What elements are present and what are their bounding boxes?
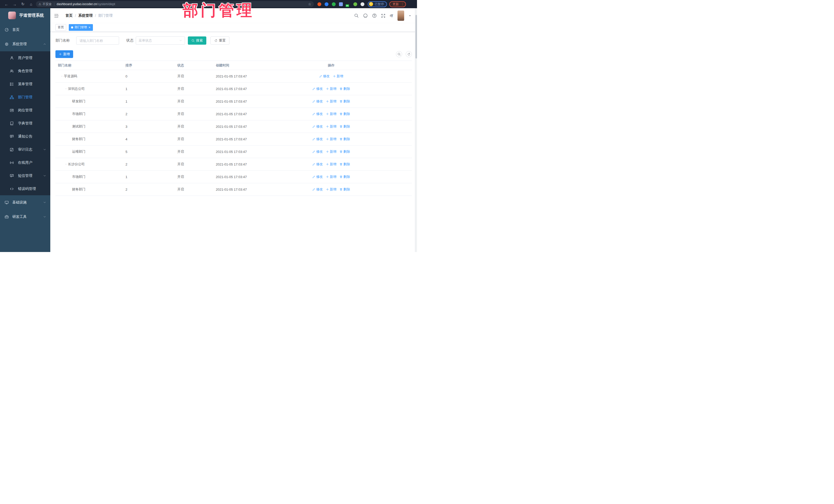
kebab-menu-icon[interactable]: ⋮ <box>401 2 404 6</box>
close-icon[interactable]: × <box>89 26 91 29</box>
edit-action-link[interactable]: 修改 <box>312 175 323 179</box>
add-action-link[interactable]: 新增 <box>326 124 336 129</box>
delete-action-link[interactable]: 删除 <box>339 137 350 141</box>
sidebar-item-audit[interactable]: 审计日志 <box>0 143 50 156</box>
refresh-table-button[interactable] <box>406 51 412 57</box>
delete-action-link[interactable]: 删除 <box>339 124 350 129</box>
page-content: 部门名称 状态 菜单状态 搜索 重置 新增 <box>50 37 417 196</box>
github-icon[interactable] <box>363 13 368 18</box>
sidebar-item-system[interactable]: 系统管理 <box>0 37 50 51</box>
tab-部门管理[interactable]: 部门管理× <box>69 24 93 31</box>
divider <box>54 3 54 6</box>
edit-action-link[interactable]: 修改 <box>312 149 323 154</box>
delete-action-link[interactable]: 删除 <box>339 149 350 154</box>
sidebar-item-errcode[interactable]: 错误码管理 <box>0 182 50 195</box>
sidebar-item-home[interactable]: 首页 <box>0 23 50 37</box>
puzzle-extension[interactable] <box>360 2 365 6</box>
help-icon[interactable] <box>372 13 377 18</box>
user-icon <box>10 56 14 60</box>
delete-icon <box>339 100 343 103</box>
expand-arrow-icon[interactable] <box>65 88 68 90</box>
add-action-link[interactable]: 新增 <box>326 86 336 91</box>
edit-action-link[interactable]: 修改 <box>312 162 323 167</box>
add-action-link[interactable]: 新增 <box>326 187 336 192</box>
notice-icon <box>10 134 14 138</box>
edit-action-link[interactable]: 修改 <box>312 187 323 192</box>
chevron-down-icon[interactable] <box>409 14 411 17</box>
post-icon <box>10 108 14 112</box>
search-icon[interactable] <box>354 13 359 18</box>
sidebar-item-role[interactable]: 角色管理 <box>0 64 50 78</box>
edit-action-link[interactable]: 修改 <box>312 99 323 104</box>
sidebar-item-dept[interactable]: 部门管理 <box>0 91 50 104</box>
edit-action-link[interactable]: 修改 <box>312 86 323 91</box>
fullscreen-icon[interactable] <box>381 14 386 18</box>
browser-profile[interactable]: 已暂停 <box>368 1 387 7</box>
sidebar-item-sms[interactable]: 短信管理 <box>0 169 50 182</box>
dept-name-input[interactable] <box>76 37 119 45</box>
dict-icon <box>10 122 14 126</box>
home-icon[interactable]: ⌂ <box>29 2 34 6</box>
browser-update-button[interactable]: 更新 ⋮ <box>389 1 406 7</box>
user-avatar[interactable] <box>397 10 404 21</box>
breadcrumb-item[interactable]: 首页 <box>65 13 73 18</box>
add-action-link[interactable]: 新增 <box>326 175 336 179</box>
breadcrumb-item[interactable]: 系统管理 <box>78 13 93 18</box>
delete-action-link[interactable]: 删除 <box>339 175 350 179</box>
add-action-link[interactable]: 新增 <box>326 137 336 141</box>
edit-icon <box>312 188 315 191</box>
blue-drop-extension[interactable] <box>325 2 328 6</box>
scrollbar-thumb[interactable] <box>415 15 417 59</box>
edit-action-link[interactable]: 修改 <box>312 124 323 129</box>
sidebar-item-tool[interactable]: 研发工具 <box>0 210 50 224</box>
status-select[interactable]: 菜单状态 <box>136 37 185 45</box>
toggle-search-button[interactable] <box>396 51 402 57</box>
hamburger-icon[interactable] <box>54 14 59 18</box>
add-action-link[interactable]: 新增 <box>326 112 336 116</box>
sidebar-item-post[interactable]: 岗位管理 <box>0 104 50 117</box>
add-button[interactable]: 新增 <box>56 50 73 58</box>
delete-action-link[interactable]: 删除 <box>339 86 350 91</box>
expand-arrow-icon[interactable] <box>61 75 64 78</box>
sidebar-item-user[interactable]: 用户管理 <box>0 51 50 64</box>
tab-首页[interactable]: 首页 <box>56 24 66 31</box>
add-action-link[interactable]: 新增 <box>326 149 336 154</box>
sidebar-item-infra[interactable]: 基础设施 <box>0 195 50 210</box>
sidebar-item-dict[interactable]: 字典管理 <box>0 117 50 130</box>
forward-icon[interactable]: → <box>12 2 17 6</box>
grid-extension[interactable] <box>339 2 343 6</box>
sidebar-item-label: 首页 <box>12 27 20 32</box>
green-check-extension[interactable] <box>332 2 336 6</box>
ubuntu-extension[interactable] <box>317 2 321 6</box>
created-cell: 2021-01-05 17:03:47 <box>213 158 250 171</box>
delete-action-link[interactable]: 删除 <box>339 99 350 104</box>
green-tool-extension[interactable] <box>353 2 357 6</box>
add-action-link[interactable]: 新增 <box>333 74 343 79</box>
sidebar-item-online[interactable]: 在线用户 <box>0 156 50 169</box>
status-select-placeholder: 菜单状态 <box>138 38 152 43</box>
reset-button[interactable]: 重置 <box>211 37 229 45</box>
sidebar-item-notice[interactable]: 通知公告 <box>0 130 50 143</box>
edit-action-link[interactable]: 修改 <box>312 137 323 141</box>
delete-action-link[interactable]: 删除 <box>339 187 350 192</box>
font-size-icon[interactable]: tT <box>390 14 393 18</box>
edit-action-link[interactable]: 修改 <box>319 74 330 79</box>
add-action-link[interactable]: 新增 <box>326 162 336 167</box>
app-logo-row: 芋道管理系统 <box>0 8 50 23</box>
edit-action-link[interactable]: 修改 <box>312 112 323 116</box>
expand-arrow-icon[interactable] <box>65 163 68 166</box>
scrollbar-track[interactable] <box>415 8 417 252</box>
back-icon[interactable]: ← <box>4 2 9 6</box>
proxy-extension[interactable]: on <box>346 2 350 6</box>
delete-action-link[interactable]: 删除 <box>339 162 350 167</box>
status-cell: 开启 <box>175 108 213 120</box>
delete-action-link[interactable]: 删除 <box>339 112 350 116</box>
url-bar[interactable]: ⚠ 不安全 dashboard.yudao.iocoder.cn /system… <box>36 1 314 7</box>
delete-icon <box>339 112 343 115</box>
reload-icon[interactable]: ↻ <box>21 2 25 6</box>
table-row: 财务部门2开启2021-01-05 17:03:47修改新增删除 <box>56 183 412 196</box>
add-action-link[interactable]: 新增 <box>326 99 336 104</box>
search-button[interactable]: 搜索 <box>188 37 206 45</box>
sidebar-item-menu[interactable]: 菜单管理 <box>0 78 50 91</box>
bookmark-star-icon[interactable]: ☆ <box>308 2 311 6</box>
